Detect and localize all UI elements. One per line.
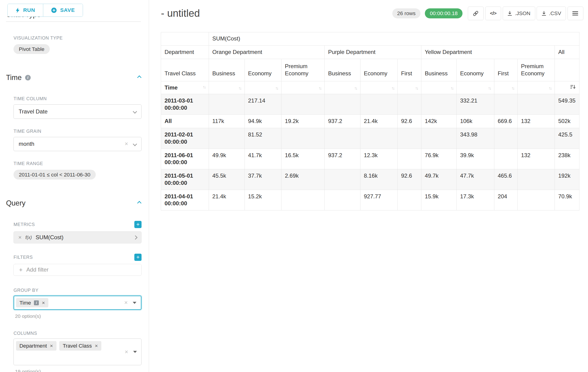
pivot-subcol-header (555, 59, 579, 81)
pivot-row-dim-header: Time↑↓ (161, 81, 209, 94)
pivot-subcol-header: Business (325, 59, 360, 81)
sort-toggle-icon[interactable]: ↑↓ (488, 86, 491, 90)
pivot-value-cell: 21.4k (209, 190, 244, 210)
sort-toggle-icon[interactable]: ↑↓ (391, 86, 394, 90)
pivot-subcol-header: First (494, 59, 517, 81)
remove-metric-icon[interactable]: × (18, 234, 22, 240)
run-button[interactable]: RUN (8, 4, 43, 16)
time-grain-value: month (19, 141, 34, 147)
chevron-up-icon[interactable] (137, 75, 141, 80)
pivot-value-cell: 49.9k (209, 149, 244, 169)
pivot-value-cell: 15.9k (421, 190, 457, 210)
clear-all-icon[interactable]: × (124, 300, 128, 306)
save-button[interactable]: SAVE (43, 4, 83, 16)
download-json-button[interactable]: .JSON (503, 7, 535, 21)
sort-toggle-icon[interactable]: ↑↓ (549, 86, 551, 90)
pivot-value-cell: 19.2k (282, 115, 325, 128)
add-filter-button[interactable]: + (134, 254, 142, 261)
pivot-value-cell: 17.3k (457, 190, 494, 210)
pivot-sort-row: Time↑↓↑↓↑↓↑↓↑↓↑↓↑↓↑↓↑↓↑↓↑↓ (161, 81, 579, 94)
columns-chip-travel-class[interactable]: Travel Class × (59, 341, 101, 350)
metric-name: SUM(Cost) (36, 234, 63, 241)
menu-button[interactable] (567, 7, 583, 21)
time-column-value: Travel Date (19, 108, 48, 115)
pivot-value-cell: 669.6 (494, 115, 517, 128)
pivot-value-cell: 94.9k (244, 115, 282, 128)
pivot-value-cell (325, 190, 360, 210)
pivot-subcol-header: Economy (457, 59, 494, 81)
share-link-button[interactable] (468, 7, 484, 21)
sort-toggle-icon[interactable]: ↑↓ (203, 84, 205, 90)
visualization-type-section: VISUALIZATION TYPE Pivot Table (13, 35, 142, 54)
pivot-metric-row: SUM(Cost) (161, 32, 579, 46)
control-panel: Chart Type RUN SAVE (0, 0, 149, 372)
code-icon: </> (490, 11, 496, 16)
sort-toggle-icon[interactable]: ↑↓ (451, 86, 453, 90)
time-range-pill[interactable]: 2011-01-01 ≤ col < 2011-06-30 (13, 170, 95, 180)
pivot-group-header: Orange Department (209, 46, 325, 59)
metric-chip[interactable]: × f(x) SUM(Cost) (13, 231, 142, 244)
columns-label-row: COLUMNS (13, 331, 142, 336)
pivot-subcol-header: Business (209, 59, 244, 81)
pivot-corner-cell (161, 32, 209, 46)
dropdown-arrow-icon[interactable] (133, 302, 136, 304)
pivot-value-cell (209, 128, 244, 149)
export-button-group: </> .JSON .CSV (468, 7, 583, 21)
pivot-value-cell: 76.9k (421, 149, 457, 169)
sort-descending-icon[interactable] (570, 84, 576, 89)
group-by-chip[interactable]: Time i × (16, 298, 48, 307)
columns-label: COLUMNS (13, 331, 37, 336)
clear-all-icon[interactable]: × (125, 349, 128, 355)
sort-toggle-icon[interactable]: ↑↓ (318, 86, 321, 90)
caret-right-icon[interactable] (133, 235, 137, 239)
pivot-value-cell: 92.6 (398, 169, 421, 190)
download-csv-button[interactable]: .CSV (537, 7, 566, 21)
sort-toggle-icon[interactable]: ↑↓ (239, 86, 241, 90)
pivot-row-label: 2011-04-01 00:00:00 (161, 190, 209, 210)
pivot-col-dim1-label: Department (161, 46, 209, 59)
pivot-data-row: 2011-02-01 00:00:0081.52343.98425.5 (161, 128, 579, 149)
sort-toggle-icon[interactable]: ↑↓ (275, 86, 278, 90)
time-grain-select[interactable]: month × (13, 137, 142, 151)
remove-chip-icon[interactable]: × (95, 343, 98, 349)
pivot-value-cell: 937.2 (325, 149, 360, 169)
chevron-up-icon[interactable] (137, 201, 141, 205)
pivot-value-cell: 2.69k (282, 169, 325, 190)
add-metric-button[interactable]: + (134, 221, 142, 228)
pivot-value-cell: 21.4k (360, 115, 398, 128)
clear-icon[interactable]: × (125, 141, 128, 147)
pivot-value-cell (494, 149, 517, 169)
pivot-value-cell (518, 169, 555, 190)
sort-toggle-icon[interactable]: ↑↓ (415, 86, 418, 90)
pivot-row-label: 2011-03-01 00:00:00 (161, 94, 209, 115)
time-section-header: Time i (6, 74, 141, 82)
pivot-value-cell: 927.77 (360, 190, 398, 210)
pivot-value-cell: 937.2 (325, 115, 360, 128)
sort-toggle-icon[interactable]: ↑↓ (354, 86, 357, 90)
remove-chip-icon[interactable]: × (42, 300, 45, 306)
pivot-metric-header: SUM(Cost) (209, 32, 579, 46)
time-column-select[interactable]: Travel Date (13, 104, 142, 118)
visualization-type-pill[interactable]: Pivot Table (13, 44, 50, 54)
chart-title: - untitled (161, 7, 200, 19)
columns-chip-department[interactable]: Department × (16, 341, 56, 350)
pivot-sort-cell: ↑↓ (421, 81, 457, 94)
remove-chip-icon[interactable]: × (50, 343, 53, 349)
pivot-value-cell (325, 128, 360, 149)
embed-code-button[interactable]: </> (485, 7, 501, 21)
pivot-subcol-header: First (398, 59, 421, 81)
chip-label: Department (19, 343, 47, 349)
columns-select[interactable]: Department × Travel Class × × (13, 339, 142, 365)
save-button-label: SAVE (60, 7, 75, 13)
sort-toggle-icon[interactable]: ↑↓ (511, 86, 514, 90)
pivot-value-cell: 332.21 (457, 94, 494, 115)
hamburger-icon (572, 11, 578, 16)
pivot-value-cell (421, 128, 457, 149)
chart-header-actions: 26 rows 00:00:00.18 </> (392, 7, 583, 21)
group-by-select[interactable]: Time i × × (13, 296, 142, 310)
pivot-value-cell (494, 128, 517, 149)
pivot-data-row: 2011-04-01 00:00:0021.4k15.2k927.7715.9k… (161, 190, 579, 210)
dropdown-arrow-icon[interactable] (133, 351, 137, 353)
add-filter-box[interactable]: + Add filter (13, 264, 142, 276)
pivot-value-cell: 81.52 (244, 128, 282, 149)
